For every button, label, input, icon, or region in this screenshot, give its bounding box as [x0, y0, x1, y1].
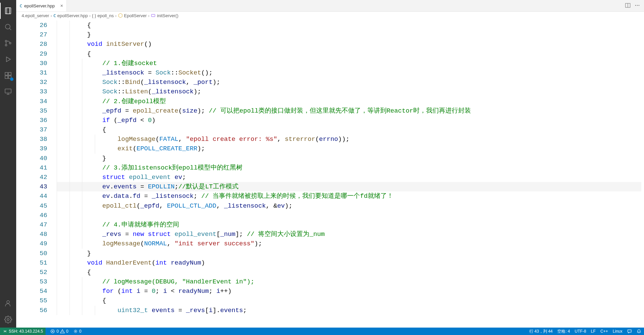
line-number[interactable]: 27: [16, 30, 47, 39]
code-line[interactable]: {: [57, 268, 641, 277]
line-number[interactable]: 47: [16, 220, 47, 230]
code-line[interactable]: // 2.创建epoll模型: [57, 97, 641, 106]
line-number[interactable]: 29: [16, 49, 47, 59]
line-number[interactable]: 43: [16, 182, 47, 191]
minimap[interactable]: [641, 19, 644, 328]
os-status[interactable]: Linux: [613, 329, 622, 334]
notifications-icon[interactable]: [637, 329, 641, 334]
code-line[interactable]: // 3.添加listensock到epoll模型中的红黑树: [57, 163, 641, 173]
problems-status[interactable]: 0 0: [50, 329, 68, 334]
line-number[interactable]: 46: [16, 211, 47, 220]
svg-point-17: [75, 331, 76, 332]
line-number[interactable]: 39: [16, 144, 47, 153]
encoding-status[interactable]: UTF-8: [575, 329, 586, 334]
svg-point-3: [9, 42, 11, 44]
code-line[interactable]: ev.data.fd = _listensock; // 当事件就绪被捞取上来的…: [57, 191, 641, 201]
line-number[interactable]: 31: [16, 68, 47, 78]
code-line[interactable]: {: [57, 296, 641, 305]
code-line[interactable]: {: [57, 49, 641, 59]
remote-explorer-icon[interactable]: [0, 84, 16, 100]
line-number[interactable]: 37: [16, 125, 47, 134]
line-number[interactable]: 32: [16, 78, 47, 87]
line-number[interactable]: 55: [16, 296, 47, 305]
line-number[interactable]: 54: [16, 286, 47, 296]
line-number[interactable]: 30: [16, 59, 47, 68]
line-number[interactable]: 51: [16, 258, 47, 268]
class-icon: [118, 13, 123, 18]
line-number[interactable]: 52: [16, 268, 47, 277]
remote-status[interactable]: SSH: 43.143.224.5: [0, 328, 46, 335]
code-line[interactable]: epoll_ctl(_epfd, EPOLL_CTL_ADD, _listens…: [57, 201, 641, 211]
code-line[interactable]: _revs = new struct epoll_event[_num]; //…: [57, 230, 641, 239]
code-line[interactable]: logMessage(NORMAL, "init server success"…: [57, 239, 641, 248]
line-number[interactable]: 56: [16, 306, 47, 315]
breadcrumb-method[interactable]: initServer(): [151, 13, 178, 18]
line-number[interactable]: 49: [16, 239, 47, 248]
ports-status[interactable]: 0: [73, 329, 82, 334]
cpp-file-icon: C: [53, 13, 56, 18]
code-line[interactable]: logMessage(FATAL, "epoll create error: %…: [57, 134, 641, 144]
code-line[interactable]: void HandlerEvent(int readyNum): [57, 258, 641, 268]
line-number[interactable]: 42: [16, 173, 47, 182]
code-line[interactable]: [57, 211, 641, 220]
line-number[interactable]: 26: [16, 21, 47, 30]
code-line[interactable]: void initServer(): [57, 39, 641, 49]
line-number[interactable]: 38: [16, 134, 47, 144]
code-line[interactable]: uint32_t events = _revs[i].events;: [57, 306, 641, 315]
code-line[interactable]: // logMessage(DEBUG, "HandlerEvent in");: [57, 277, 641, 286]
code-line[interactable]: for (int i = 0; i < readyNum; i++): [57, 286, 641, 296]
line-number[interactable]: 28: [16, 39, 47, 49]
code-line[interactable]: _epfd = epoll_create(size); // 可以把epoll类…: [57, 106, 641, 116]
line-number[interactable]: 53: [16, 277, 47, 286]
code-line[interactable]: }: [57, 154, 641, 163]
code-line[interactable]: struct epoll_event ev;: [57, 173, 641, 182]
code-content[interactable]: { } void initServer() { // 1.创建socket _l…: [57, 19, 641, 328]
code-line[interactable]: if (_epfd < 0): [57, 116, 641, 125]
code-line[interactable]: Sock::Listen(_listensock);: [57, 87, 641, 96]
tab-epollserver[interactable]: C epollServer.hpp ×: [16, 0, 67, 11]
breadcrumbs[interactable]: 4.epoll_server › C epollServer.hpp › { }…: [16, 12, 644, 19]
source-control-icon[interactable]: [0, 35, 16, 51]
line-number[interactable]: 48: [16, 230, 47, 239]
split-editor-icon[interactable]: [625, 3, 631, 9]
line-number[interactable]: 41: [16, 163, 47, 173]
code-line[interactable]: }: [57, 30, 641, 39]
breadcrumb-file[interactable]: C epollServer.hpp: [53, 13, 88, 18]
line-number[interactable]: 40: [16, 154, 47, 163]
breadcrumb-class[interactable]: EpollServer: [118, 13, 147, 18]
feedback-icon[interactable]: [627, 329, 632, 334]
indentation-status[interactable]: 空格: 4: [557, 329, 570, 334]
search-icon[interactable]: [0, 19, 16, 35]
code-line[interactable]: {: [57, 125, 641, 134]
code-line[interactable]: }: [57, 249, 641, 258]
code-line[interactable]: ev.events = EPOLLIN;//默认是LT工作模式: [57, 182, 641, 191]
line-number[interactable]: 35: [16, 106, 47, 116]
settings-gear-icon[interactable]: [0, 311, 16, 328]
more-actions-icon[interactable]: [635, 3, 640, 9]
line-number[interactable]: 50: [16, 249, 47, 258]
line-number[interactable]: 45: [16, 201, 47, 211]
line-number[interactable]: 34: [16, 97, 47, 106]
code-line[interactable]: {: [57, 21, 641, 30]
line-number[interactable]: 44: [16, 191, 47, 201]
eol-status[interactable]: LF: [591, 329, 596, 334]
line-number[interactable]: 33: [16, 87, 47, 96]
close-icon[interactable]: ×: [60, 3, 63, 8]
svg-point-0: [5, 24, 10, 29]
accounts-icon[interactable]: [0, 295, 16, 311]
explorer-icon[interactable]: [0, 3, 16, 19]
code-editor[interactable]: 2627282930313233343536373839404142434445…: [16, 19, 644, 328]
code-line[interactable]: // 1.创建socket: [57, 59, 641, 68]
code-line[interactable]: Sock::Bind(_listensock, _port);: [57, 78, 641, 87]
breadcrumb-folder[interactable]: 4.epoll_server: [22, 13, 49, 18]
line-number-gutter[interactable]: 2627282930313233343536373839404142434445…: [16, 19, 57, 328]
language-mode[interactable]: C++: [600, 329, 608, 334]
code-line[interactable]: exit(EPOLL_CREATE_ERR);: [57, 144, 641, 153]
code-line[interactable]: // 4.申请就绪事件的空间: [57, 220, 641, 230]
line-number[interactable]: 36: [16, 116, 47, 125]
code-line[interactable]: _listensock = Sock::Socket();: [57, 68, 641, 78]
cursor-position[interactable]: 行 43，列 44: [529, 329, 553, 334]
extensions-icon[interactable]: [0, 67, 16, 84]
run-debug-icon[interactable]: [0, 51, 16, 67]
breadcrumb-namespace[interactable]: { } epoll_ns: [92, 13, 114, 18]
